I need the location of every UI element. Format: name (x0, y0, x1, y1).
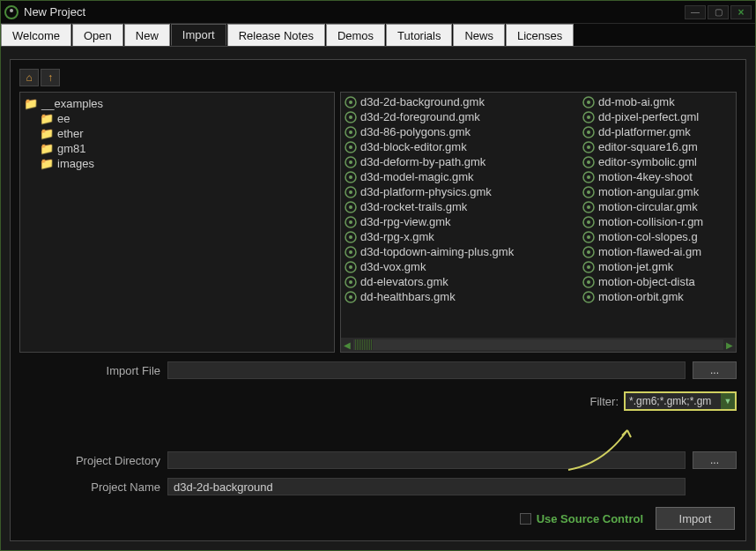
gm-file-icon (582, 276, 595, 288)
scroll-thumb[interactable] (355, 339, 373, 350)
file-item[interactable]: d3d-rocket-trails.gmk (341, 199, 579, 214)
scroll-left-icon[interactable]: ◀ (341, 339, 353, 351)
gm-file-icon (582, 126, 595, 138)
file-item[interactable]: dd-platformer.gmk (579, 124, 736, 139)
app-icon (4, 5, 19, 19)
file-item[interactable]: d3d-2d-background.gmk (341, 94, 579, 109)
import-file-input[interactable] (167, 361, 686, 379)
file-item[interactable]: motion-object-dista (579, 274, 736, 289)
file-item[interactable]: editor-symbolic.gml (579, 154, 736, 169)
scroll-right-icon[interactable]: ▶ (723, 339, 736, 351)
file-item[interactable]: d3d-deform-by-path.gmk (341, 154, 579, 169)
import-file-label: Import File (19, 364, 160, 377)
project-dir-row: Project Directory ... (19, 451, 737, 469)
file-name: motion-object-dista (598, 275, 695, 288)
file-item[interactable]: d3d-rpg-x.gmk (341, 229, 579, 244)
tree-item-label: ether (57, 127, 84, 140)
tree-item[interactable]: 📁ee (38, 111, 332, 126)
file-item[interactable]: d3d-vox.gmk (341, 259, 579, 274)
source-control-check[interactable]: Use Source Control (520, 512, 643, 525)
tab-news[interactable]: News (453, 24, 505, 46)
file-item[interactable]: motion-4key-shoot (579, 169, 736, 184)
tab-demos[interactable]: Demos (326, 24, 385, 46)
svg-point-7 (349, 145, 352, 149)
file-item[interactable]: d3d-block-editor.gmk (341, 139, 579, 154)
tree-item[interactable]: 📁images (38, 156, 332, 171)
tree-item[interactable]: 📁ether (38, 126, 332, 141)
tree-item-label: gm81 (57, 142, 86, 155)
file-list[interactable]: d3d-2d-background.gmkd3d-2d-foreground.g… (340, 92, 737, 353)
file-name: d3d-rpg-view.gmk (360, 215, 451, 228)
folder-tree[interactable]: 📁 __examples 📁ee📁ether📁gm81📁images (19, 92, 335, 353)
file-item[interactable]: motion-jet.gmk (579, 259, 736, 274)
maximize-button[interactable]: ▢ (708, 5, 729, 19)
gm-file-icon (582, 246, 595, 258)
tree-root[interactable]: 📁 __examples (22, 96, 332, 111)
file-name: d3d-rpg-x.gmk (360, 230, 434, 243)
file-item[interactable]: dd-mob-ai.gmk (579, 94, 736, 109)
file-name: d3d-2d-foreground.gmk (360, 110, 480, 123)
svg-point-39 (587, 175, 590, 179)
svg-point-29 (587, 101, 590, 104)
tab-new[interactable]: New (124, 24, 170, 46)
file-item[interactable]: motion-circular.gmk (579, 199, 736, 214)
chevron-down-icon[interactable]: ▼ (721, 393, 735, 409)
file-item[interactable]: motion-orbit.gmk (579, 289, 736, 304)
file-item[interactable]: dd-healthbars.gmk (341, 289, 579, 304)
project-dir-input[interactable] (167, 451, 686, 469)
folder-icon: 📁 (40, 127, 54, 140)
file-item[interactable]: d3d-rpg-view.gmk (341, 214, 579, 229)
file-name: motion-jet.gmk (598, 260, 673, 273)
file-item[interactable]: dd-pixel-perfect.gml (579, 109, 736, 124)
file-name: editor-square16.gm (598, 140, 698, 153)
file-item[interactable]: d3d-model-magic.gmk (341, 169, 579, 184)
file-name: d3d-platform-physics.gmk (360, 185, 492, 198)
checkbox-icon[interactable] (520, 513, 531, 525)
tab-tutorials[interactable]: Tutorials (386, 24, 452, 46)
tab-welcome[interactable]: Welcome (1, 24, 71, 46)
project-name-input[interactable] (167, 478, 686, 495)
file-item[interactable]: motion-angular.gmk (579, 184, 736, 199)
horizontal-scrollbar[interactable]: ◀ ▶ (341, 338, 736, 352)
file-item[interactable]: motion-collision-r.gm (579, 214, 736, 229)
gm-file-icon (345, 261, 357, 273)
import-button[interactable]: Import (656, 507, 735, 530)
file-name: d3d-rocket-trails.gmk (360, 200, 467, 213)
gm-file-icon (582, 141, 595, 153)
gm-file-icon (345, 291, 357, 303)
file-item[interactable]: dd-elevators.gmk (341, 274, 579, 289)
scroll-track[interactable] (353, 339, 723, 350)
tab-open[interactable]: Open (72, 24, 123, 46)
close-button[interactable]: × (730, 5, 752, 19)
gm-file-icon (582, 171, 595, 183)
tab-release-notes[interactable]: Release Notes (227, 24, 325, 46)
gm-file-icon (582, 111, 595, 123)
browse-import-button[interactable]: ... (693, 361, 737, 379)
svg-point-3 (349, 115, 352, 119)
browse-dir-button[interactable]: ... (693, 451, 737, 469)
file-name: motion-4key-shoot (598, 170, 693, 183)
folder-icon: 📁 (40, 157, 54, 170)
file-item[interactable]: d3d-2d-foreground.gmk (341, 109, 579, 124)
file-name: editor-symbolic.gml (598, 155, 697, 168)
svg-point-53 (587, 280, 590, 284)
tree-item[interactable]: 📁gm81 (38, 141, 332, 156)
svg-point-27 (349, 295, 352, 299)
tab-import[interactable]: Import (171, 24, 226, 46)
file-item[interactable]: d3d-platform-physics.gmk (341, 184, 579, 199)
file-item[interactable]: motion-col-slopes.g (579, 229, 736, 244)
home-button[interactable]: ⌂ (19, 69, 39, 86)
up-button[interactable]: ↑ (41, 69, 60, 86)
file-item[interactable]: motion-flawed-ai.gm (579, 244, 736, 259)
file-item[interactable]: d3d-86-polygons.gmk (341, 124, 579, 139)
filter-dropdown[interactable]: *.gm6;*.gmk;*.gm ▼ (624, 391, 737, 411)
gm-file-icon (582, 201, 595, 213)
svg-point-49 (587, 250, 590, 254)
minimize-button[interactable]: — (685, 5, 706, 19)
tab-licenses[interactable]: Licenses (506, 24, 574, 46)
bottom-actions: Use Source Control Import (520, 507, 735, 530)
file-item[interactable]: editor-square16.gm (579, 139, 736, 154)
svg-point-43 (587, 205, 590, 209)
file-item[interactable]: d3d-topdown-aiming-plus.gmk (341, 244, 579, 259)
svg-point-35 (587, 145, 590, 149)
